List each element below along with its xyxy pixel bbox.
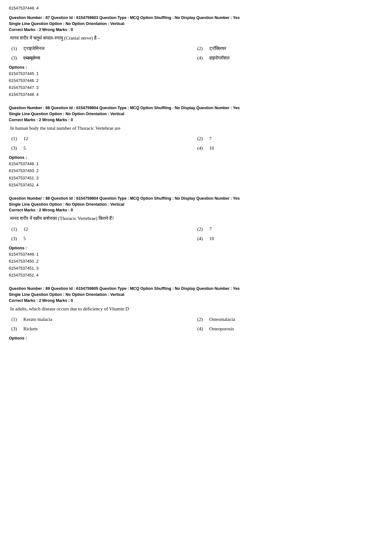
option-number: (1)	[11, 45, 20, 52]
question-meta-q88b: Question Number : 88 Question Id : 61547…	[9, 196, 383, 208]
question-marks-q88a: Correct Marks : 2 Wrong Marks : 0	[9, 118, 383, 122]
option-text: 10	[209, 235, 214, 242]
options-grid-q88b: (1)12(2)7(3)5(4)10	[9, 225, 383, 242]
option-item: (4)हाइपोग्लॉसल	[197, 54, 383, 62]
question-marks-q87: Correct Marks : 2 Wrong Marks : 0	[9, 28, 383, 32]
option-item: (3)5	[11, 144, 197, 152]
option-text: Kerato malacia	[23, 315, 52, 323]
option-text: Rickets	[23, 325, 38, 333]
question-meta-q89: Question Number : 89 Question Id : 61547…	[9, 286, 383, 298]
option-text: 10	[209, 144, 214, 152]
option-text: Osteoporosis	[209, 325, 234, 333]
option-item: (3)Rickets	[11, 325, 197, 333]
option-item: (4)10	[197, 144, 383, 152]
option-number: (2)	[197, 315, 206, 323]
question-text-q88b: मानव शरीर में वक्षीय कशेरुका (Thoracic V…	[9, 215, 383, 222]
option-item: (2)7	[197, 135, 383, 142]
question-block-q88b: Question Number : 88 Question Id : 61547…	[9, 196, 383, 279]
options-label: Options :	[9, 336, 383, 340]
option-number: (1)	[11, 135, 20, 142]
option-number: (2)	[197, 225, 206, 233]
option-item: (1)Kerato malacia	[11, 315, 197, 323]
option-item: (1)ट्राइजेमिनल	[11, 45, 197, 52]
option-text: ट्रॉक्लियर	[209, 45, 226, 52]
options-id-list: 61547537449. 161547537450. 261547537451.…	[9, 160, 383, 188]
option-item: (2)ट्रॉक्लियर	[197, 45, 383, 52]
option-item: (2)Osteomalacia	[197, 315, 383, 323]
options-grid-q88a: (1)12(2)7(3)5(4)10	[9, 135, 383, 152]
option-id: 61547537449. 1	[9, 160, 383, 167]
question-marks-q88b: Correct Marks : 2 Wrong Marks : 0	[9, 208, 383, 212]
option-text: 7	[209, 135, 212, 142]
option-id: 61547537445. 1	[9, 70, 383, 77]
option-text: हाइपोग्लॉसल	[209, 54, 230, 62]
question-marks-q89: Correct Marks : 2 Wrong Marks : 0	[9, 298, 383, 303]
question-meta-q88a: Question Number : 88 Question Id : 61547…	[9, 105, 383, 117]
option-text: ट्राइजेमिनल	[23, 45, 45, 52]
page-id: 61547537448. 4	[9, 6, 383, 10]
option-item: (1)12	[11, 225, 197, 233]
option-id: 61547537451. 3	[9, 265, 383, 272]
options-grid-q87: (1)ट्राइजेमिनल(2)ट्रॉक्लियर(3)एब्डयूसेन्…	[9, 45, 383, 62]
option-text: 12	[23, 225, 28, 233]
option-id: 61547537448. 4	[9, 91, 383, 98]
option-number: (3)	[11, 144, 20, 152]
option-id: 61547537446. 2	[9, 77, 383, 84]
option-number: (4)	[197, 325, 206, 333]
question-text-q89: In adults, which disease occurs due to d…	[9, 305, 383, 313]
option-id: 61547537449. 1	[9, 251, 383, 258]
option-item: (4)10	[197, 235, 383, 242]
option-text: Osteomalacia	[209, 315, 235, 323]
option-item: (2)7	[197, 225, 383, 233]
question-block-q87: Question Number : 87 Question Id : 61547…	[9, 15, 383, 98]
option-item: (1)12	[11, 135, 197, 142]
option-number: (3)	[11, 54, 20, 62]
option-text: 7	[209, 225, 212, 233]
option-number: (3)	[11, 235, 20, 242]
option-id: 61547537451. 3	[9, 175, 383, 182]
option-number: (2)	[197, 45, 206, 52]
option-id: 61547537452. 4	[9, 182, 383, 189]
question-block-q88a: Question Number : 88 Question Id : 61547…	[9, 105, 383, 188]
option-id: 61547537447. 3	[9, 84, 383, 91]
option-number: (3)	[11, 325, 20, 333]
option-number: (1)	[11, 315, 20, 323]
option-number: (4)	[197, 235, 206, 242]
options-label: Options :	[9, 155, 383, 160]
options-grid-q89: (1)Kerato malacia(2)Osteomalacia(3)Ricke…	[9, 315, 383, 333]
option-item: (3)एब्डयूसेन्स	[11, 54, 197, 62]
options-label: Options :	[9, 246, 383, 250]
option-item: (3)5	[11, 235, 197, 242]
options-id-list: 61547537445. 161547537446. 261547537447.…	[9, 70, 383, 98]
options-label: Options :	[9, 65, 383, 70]
option-number: (2)	[197, 135, 206, 142]
option-item: (4)Osteoporosis	[197, 325, 383, 333]
option-number: (4)	[197, 54, 206, 62]
option-text: 12	[23, 135, 28, 142]
option-text: 5	[23, 144, 26, 152]
option-id: 61547537452. 4	[9, 272, 383, 279]
option-number: (1)	[11, 225, 20, 233]
question-block-q89: Question Number : 89 Question Id : 61547…	[9, 286, 383, 340]
option-text: एब्डयूसेन्स	[23, 54, 40, 62]
option-text: 5	[23, 235, 26, 242]
question-text-q87: मानव शरीर में चतुर्थ कपाल-स्नायु (Crania…	[9, 34, 383, 42]
question-meta-q87: Question Number : 87 Question Id : 61547…	[9, 15, 383, 27]
options-id-list: 61547537449. 161547537450. 261547537451.…	[9, 251, 383, 279]
question-text-q88a: In human body the total number of Thorac…	[9, 125, 383, 132]
option-id: 61547537450. 2	[9, 167, 383, 174]
option-id: 61547537450. 2	[9, 258, 383, 265]
option-number: (4)	[197, 144, 206, 152]
